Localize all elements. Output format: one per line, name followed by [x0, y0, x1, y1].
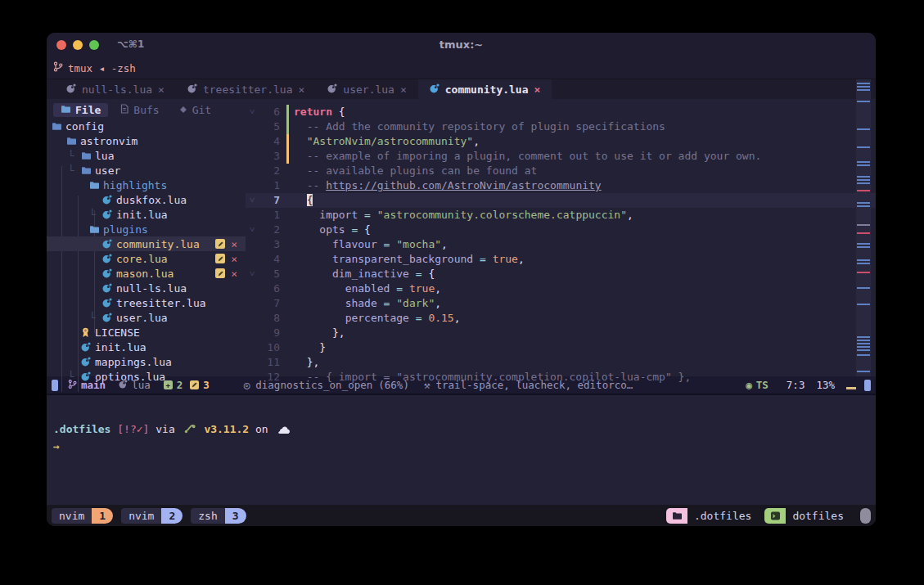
buffer-tab-community.lua[interactable]: community.lua× — [418, 79, 552, 99]
tree-item-label: mappings.lua — [95, 356, 172, 368]
line-number: 4 — [259, 252, 286, 267]
shell-pane[interactable]: .dotfiles [!?✓] via v3.11.2 on → — [47, 395, 876, 505]
folder-icon — [89, 225, 103, 234]
tree-item-label: plugins — [103, 223, 148, 236]
tree-item-plugins[interactable]: plugins — [47, 222, 246, 236]
tree-item-duskfox.lua[interactable]: duskfox.lua — [47, 192, 246, 207]
folder-icon — [52, 122, 65, 131]
tree-item-mappings.lua[interactable]: mappings.lua — [47, 354, 246, 369]
buffer-tab-treesitter.lua[interactable]: treesitter.lua× — [176, 79, 316, 99]
git-sign-green — [286, 105, 289, 119]
code-line[interactable]: 3 flavour = "mocha", — [246, 237, 876, 252]
tree-item-label: duskfox.lua — [116, 194, 187, 206]
code-line[interactable]: 8 percentage = 0.15, — [246, 311, 876, 326]
folder-icon — [66, 137, 80, 146]
tree-item-user.lua[interactable]: └user.lua — [47, 310, 246, 325]
tree-item-user[interactable]: └user — [47, 163, 246, 178]
code-line[interactable]: 1 -- https://github.com/AstroNvim/astroc… — [246, 178, 876, 193]
fold-marker[interactable]: ˅ — [246, 223, 259, 237]
tree-item-null-ls.lua[interactable]: null-ls.lua — [47, 281, 246, 295]
tree-item-highlights[interactable]: highlights — [47, 178, 246, 192]
tmux-session-tab[interactable]: tmux ◂ -zsh — [53, 61, 136, 74]
minimap-mark — [857, 179, 870, 181]
tree-item-label: astronvim — [80, 135, 137, 147]
minimap-mark — [857, 287, 870, 289]
code-text: -- available plugins can be found at — [294, 164, 876, 178]
tree-item-init.lua[interactable]: init.lua — [47, 340, 246, 354]
code-text: "AstroNvim/astrocommunity", — [294, 134, 876, 149]
code-line[interactable]: 7 shade = "dark", — [246, 296, 876, 311]
prompt-arrow: → — [53, 440, 60, 452]
code-line[interactable]: 10 } — [246, 340, 876, 355]
tmux-window-2[interactable]: nvim2 — [121, 508, 183, 524]
tmux-window-name: zsh — [191, 508, 224, 524]
tree-item-community.lua[interactable]: community.lua× — [47, 236, 246, 251]
code-editor[interactable]: ˅6return {5 -- Add the community reposit… — [246, 99, 876, 376]
code-line[interactable]: 5 -- Add the community repository of plu… — [246, 119, 876, 134]
minimap-mark — [857, 259, 870, 261]
tree-item-lua[interactable]: └lua — [47, 148, 246, 163]
tree-item-astronvim[interactable]: astronvim — [47, 133, 246, 148]
lua-icon — [81, 371, 95, 381]
code-line[interactable]: 9 }, — [246, 326, 876, 340]
git-sign-column — [286, 370, 294, 385]
minimap-mark — [857, 349, 870, 351]
unstaged-x-icon: × — [231, 239, 237, 250]
code-line[interactable]: 6 enabled = true, — [246, 281, 876, 296]
tree-elbow: └ — [68, 371, 81, 383]
tree-item-treesitter.lua[interactable]: treesitter.lua — [47, 295, 246, 310]
minimap-mark — [857, 164, 870, 166]
buffer-tab-label: treesitter.lua — [203, 83, 293, 96]
code-line[interactable]: ˅5 dim_inactive = { — [246, 267, 876, 281]
git-sign-column — [286, 178, 294, 193]
minimap-mark — [857, 224, 870, 226]
tree-item-options.lua[interactable]: └options.lua — [47, 369, 246, 384]
buffer-tab-null-ls.lua[interactable]: null-ls.lua× — [55, 79, 176, 99]
tree-item-init.lua[interactable]: └init.lua — [47, 207, 246, 222]
folder-icon — [61, 104, 70, 116]
code-line-current[interactable]: ˅7 { — [246, 193, 876, 208]
tree-item-LICENSE[interactable]: LICENSE — [47, 325, 246, 340]
fold-marker — [246, 281, 259, 296]
code-line[interactable]: 2 -- available plugins can be found at — [246, 164, 876, 178]
shell-cursor-line: → — [53, 439, 876, 454]
tree-item-config[interactable]: config — [47, 119, 246, 133]
buffer-tab-label: community.lua — [445, 83, 529, 96]
minimap-mark — [857, 176, 870, 178]
tree-item-label: options.lua — [95, 371, 165, 383]
tree-item-label: treesitter.lua — [116, 297, 206, 309]
line-number: 11 — [259, 355, 286, 370]
sidebar-tab-bufs[interactable]: Bufs — [113, 103, 166, 117]
code-line[interactable]: ˅6return { — [246, 105, 876, 119]
close-buffer-icon[interactable]: × — [158, 83, 165, 96]
code-line[interactable]: 1 import = "astrocommunity.colorscheme.c… — [246, 208, 876, 223]
shell-prompt-line: .dotfiles [!?✓] via v3.11.2 on — [53, 421, 876, 439]
code-line[interactable]: 11 }, — [246, 355, 876, 370]
lua-file-icon — [430, 83, 439, 96]
fold-marker[interactable]: ˅ — [246, 267, 259, 281]
code-line[interactable]: 12 -- { import = "astrocommunity.complet… — [246, 370, 876, 385]
tmux-window-number: 3 — [225, 508, 246, 524]
git-sign-column — [286, 296, 294, 311]
fold-marker[interactable]: ˅ — [246, 193, 259, 208]
tree-item-mason.lua[interactable]: mason.lua× — [47, 266, 246, 281]
tmux-status-.dotfiles: .dotfiles — [666, 508, 758, 524]
sidebar-tab-file[interactable]: File — [53, 103, 108, 117]
sidebar-tab-git[interactable]: Git — [172, 103, 219, 117]
tmux-window-3[interactable]: zsh3 — [191, 508, 246, 524]
code-line[interactable]: ˅2 opts = { — [246, 223, 876, 237]
tree-item-core.lua[interactable]: core.lua× — [47, 251, 246, 266]
code-text: }, — [294, 355, 876, 370]
code-line[interactable]: 4 transparent_background = true, — [246, 252, 876, 267]
code-line[interactable]: 4 "AstroNvim/astrocommunity", — [246, 134, 876, 149]
tree-elbow: └ — [68, 164, 81, 177]
code-line[interactable]: 3 -- example of imporing a plugin, comme… — [246, 149, 876, 164]
tmux-window-1[interactable]: nvim1 — [52, 508, 113, 524]
scrollbar-minimap[interactable] — [856, 79, 871, 376]
fold-marker[interactable]: ˅ — [246, 105, 259, 119]
line-number: 3 — [259, 237, 286, 252]
close-buffer-icon[interactable]: × — [534, 83, 541, 96]
close-buffer-icon[interactable]: × — [400, 83, 407, 96]
buffer-tab-user.lua[interactable]: user.lua× — [316, 79, 417, 99]
close-buffer-icon[interactable]: × — [299, 83, 305, 96]
